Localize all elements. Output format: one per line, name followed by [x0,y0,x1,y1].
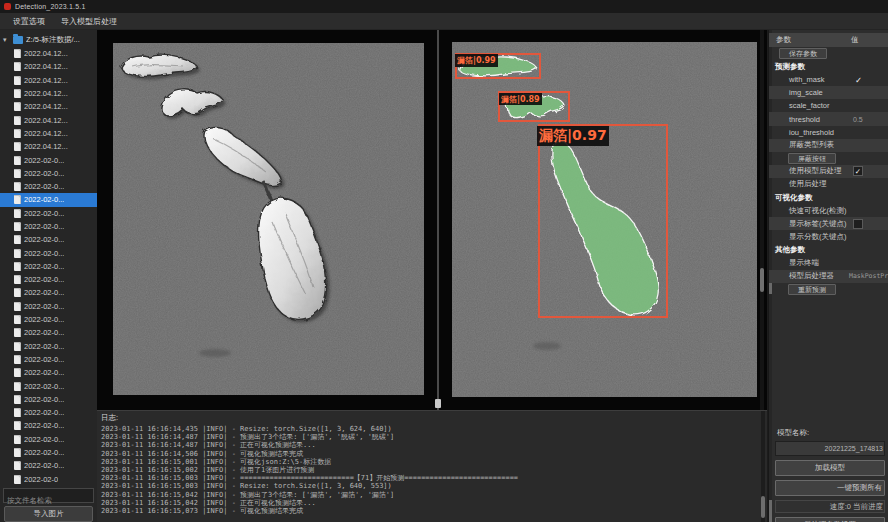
load-model-button[interactable]: 加载模型 [775,460,885,476]
tree-file-item[interactable]: 2022.04.12... [0,100,97,113]
model-name-field[interactable]: 20221225_174813 [775,441,885,456]
tree-file-item[interactable]: 2022-02-0... [0,246,97,259]
app-window: Detection_2023.1.5.1 设置选项 导入模型后处理 ▾ Z:/5… [0,0,888,522]
expand-arrow-icon[interactable]: ▾ [3,36,10,44]
tree-root[interactable]: ▾ Z:/5-标注数据/... [0,33,97,47]
tree-file-item[interactable]: 2022-02-0... [0,433,97,446]
file-icon [14,209,21,218]
raw-image-panel[interactable] [113,43,424,395]
tree-file-item[interactable]: 2022-02-0... [0,326,97,339]
param-show-labels[interactable]: 显示标签(关键点) [769,217,888,230]
param-show-scores[interactable]: 显示分数(关键点) [769,230,888,243]
tree-file-item[interactable]: 2022-02-0... [0,419,97,432]
param-value: MaskPostPro [849,272,888,280]
tree-file-item[interactable]: 2022-02-0... [0,313,97,326]
param-label: with_mask [789,75,824,84]
file-icon [14,102,21,111]
tree-file-item[interactable]: 2022-02-0... [0,233,97,246]
file-name: 2022-02-0... [24,288,64,297]
tree-file-item[interactable]: 2022.04.12... [0,140,97,153]
tree-file-item[interactable]: 2022-02-0... [0,366,97,379]
tree-file-item[interactable]: 2022-02-0... [0,393,97,406]
value-header-label: 值 [851,35,859,45]
file-name: 2022-02-0... [24,435,64,444]
param-show-terminal[interactable]: 显示终端 [769,257,888,270]
file-icon [14,275,21,284]
detection-bbox-3 [538,124,668,318]
title-bar: Detection_2023.1.5.1 [0,0,888,13]
file-name: 2022-02-0 [24,475,58,484]
file-name: 2022-02-0... [24,461,64,470]
center-area: 漏箔|0.99 漏箔|0.89 漏箔|0.97 日志: 2023-01-11 1… [97,30,768,522]
param-with-mask[interactable]: with_mask ✓ [769,73,888,86]
predict-all-button[interactable]: 一键预测所有 [775,480,885,496]
file-name: 2022-02-0... [24,395,64,404]
param-label: 快速可视化(检测) [789,206,847,216]
tree-file-item[interactable]: 2022.04.12... [0,60,97,73]
file-icon [14,249,21,258]
tree-file-item[interactable]: 2022.04.12... [0,47,97,60]
param-scale-factor[interactable]: scale_factor [769,99,888,112]
file-name: 2022.04.12... [24,102,68,111]
file-icon [14,342,21,351]
tree-file-item[interactable]: 2022-02-0... [0,167,97,180]
window-title: Detection_2023.1.5.1 [15,3,86,10]
tree-file-item-selected[interactable]: 2022-02-0... [0,193,97,206]
file-name: 2022-02-0... [24,182,64,191]
tree-file-item[interactable]: 2022-02-0... [0,340,97,353]
tree-file-item[interactable]: 2022.04.12... [0,87,97,100]
tree-file-item[interactable]: 2022-02-0... [0,273,97,286]
file-icon [14,156,21,165]
menu-import-model-postprocess[interactable]: 导入模型后处理 [54,14,124,29]
tree-file-item[interactable]: 2022-02-0... [0,300,97,313]
param-iou-threshold[interactable]: iou_threshold [769,126,888,139]
log-line: 2023-01-11 16:16:15,003 |INFO| - Resize:… [101,482,767,490]
file-icon [14,116,21,125]
file-name: 2022.04.12... [24,142,68,151]
image-splitter[interactable] [437,30,439,410]
param-threshold[interactable]: threshold 0.5 [769,112,888,125]
param-label: 屏蔽按钮 [788,153,836,164]
param-model-postprocessor[interactable]: 模型后处理器 MaskPostPro [769,270,888,283]
block-button[interactable]: 屏蔽按钮 [769,152,888,165]
viewer-scrollbar-thumb[interactable] [760,268,764,292]
postprocess-settings-button[interactable]: 后处理参数设置 [775,517,885,522]
file-icon [14,382,21,391]
file-name: 2022-02-0... [24,315,64,324]
tree-file-item[interactable]: 2022-02-0... [0,153,97,166]
menu-settings[interactable]: 设置选项 [6,14,52,29]
log-scrollbar-thumb[interactable] [761,496,765,518]
model-name-label: 模型名称: [777,428,888,438]
tree-file-item[interactable]: 2022-02-0... [0,220,97,233]
viewer-scrollbar[interactable] [760,30,764,410]
param-label: threshold [789,115,820,124]
splitter-handle[interactable] [435,399,441,408]
file-name: 2022-02-0... [24,156,64,165]
tree-file-item[interactable]: 2022.04.12... [0,113,97,126]
import-image-button[interactable]: 导入图片 [4,506,93,522]
tree-file-item[interactable]: 2022-02-0... [0,353,97,366]
tree-file-item[interactable]: 2022-02-0... [0,180,97,193]
param-use-model-postprocess[interactable]: 使用模型后处理 ✓ [769,165,888,178]
param-value: ✓ [853,166,863,176]
tree-file-item[interactable]: 2022-02-0 [0,473,97,486]
tree-file-item[interactable]: 2022-02-0... [0,286,97,299]
tree-file-item[interactable]: 2022.04.12... [0,74,97,87]
tree-file-item[interactable]: 2022-02-0... [0,446,97,459]
log-line: 2023-01-11 16:16:15,042 |INFO| - 预测出了3个结… [101,491,767,499]
tree-file-item[interactable]: 2022-02-0... [0,459,97,472]
tree-file-item[interactable]: 2022-02-0... [0,406,97,419]
param-blocked-type-list[interactable]: 屏蔽类型列表 [769,139,888,152]
param-label: 显示终端 [789,258,819,268]
param-use-postprocess[interactable]: 使用后处理 [769,178,888,191]
param-fast-visualization[interactable]: 快速可视化(检测) [769,204,888,217]
param-img-scale[interactable]: img_scale [769,86,888,99]
log-scrollbar[interactable] [761,411,765,522]
tree-file-item[interactable]: 2022.04.12... [0,127,97,140]
tree-file-item[interactable]: 2022-02-0... [0,207,97,220]
tree-file-item[interactable]: 2022-02-0... [0,379,97,392]
file-name: 2022-02-0... [24,222,64,231]
tree-file-item[interactable]: 2022-02-0... [0,260,97,273]
repredict-button[interactable]: 重新预测 [769,283,888,296]
save-params-button[interactable]: 保存参数 [769,47,888,60]
